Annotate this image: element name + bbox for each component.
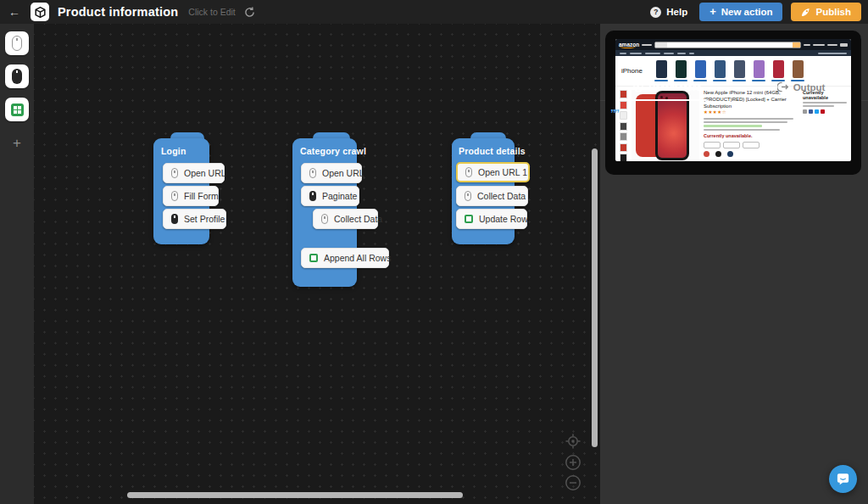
help-button[interactable]: Help — [650, 7, 687, 18]
new-action-label: New action — [721, 7, 773, 17]
tab-output[interactable]: Output — [734, 75, 868, 100]
step-open-url-1[interactable]: Open URL 1 — [456, 162, 530, 182]
group-title: Category crawl — [300, 146, 366, 156]
text-line — [804, 44, 810, 46]
mouse-outline-icon — [12, 36, 22, 51]
tab-parameters[interactable]: Parameters — [600, 75, 734, 100]
group-product-details[interactable]: Product details Open URL 1 Collect Data … — [452, 132, 537, 246]
help-label: Help — [666, 7, 687, 17]
add-step-button[interactable] — [13, 137, 21, 149]
amazon-nav — [615, 50, 851, 56]
sidebar-item-sheets[interactable] — [5, 98, 29, 121]
share-icons — [803, 109, 847, 114]
mouse-filled-icon — [171, 214, 178, 224]
step-set-profile[interactable]: Set Profile — [163, 209, 226, 229]
text-line — [704, 118, 793, 120]
text-line — [645, 53, 660, 54]
back-button[interactable] — [7, 5, 22, 19]
highlight-line — [704, 125, 762, 127]
step-label: Fill Form — [184, 191, 219, 201]
gallery-thumbnails — [620, 90, 627, 161]
text-line — [813, 44, 825, 46]
text-line — [642, 44, 652, 46]
question-icon — [650, 7, 661, 18]
recenter-button[interactable] — [565, 433, 581, 450]
sidebar-item-browser-dark[interactable] — [5, 64, 29, 88]
color-options — [704, 151, 798, 157]
amazon-logo: amazon — [619, 42, 639, 48]
step-fill-form[interactable]: Fill Form — [163, 186, 219, 206]
text-line — [803, 102, 847, 104]
group-category-crawl[interactable]: Category crawl Open URL Paginate Collect… — [292, 132, 394, 288]
amazon-header: amazon — [615, 39, 851, 50]
text-line — [704, 121, 787, 123]
google-sheets-icon — [465, 215, 473, 223]
text-line — [704, 129, 780, 131]
chat-bubble-icon — [836, 472, 850, 486]
mouse-outline-icon — [465, 191, 471, 201]
step-label: Set Profile — [184, 214, 225, 224]
arrow-out-of-circle-icon — [777, 81, 788, 92]
step-label: Update Row — [479, 214, 528, 224]
vertical-scrollbar[interactable] — [592, 148, 598, 447]
text-line — [620, 53, 626, 54]
step-append-all-rows[interactable]: Append All Rows — [301, 248, 389, 268]
zoom-in-button[interactable] — [565, 454, 581, 471]
tab-label: Parameters — [648, 82, 702, 92]
mouse-filled-icon — [309, 191, 316, 201]
tab-label: Output — [793, 82, 826, 92]
zoom-out-button[interactable] — [565, 474, 581, 491]
text-line — [677, 53, 686, 54]
page-title: Product information — [58, 5, 178, 19]
edit-hint[interactable]: Click to Edit — [188, 7, 235, 17]
publish-button[interactable]: Publish — [791, 3, 861, 21]
step-update-row[interactable]: Update Row — [456, 209, 527, 229]
mouse-outline-icon — [171, 168, 178, 178]
mouse-outline-icon — [171, 191, 178, 201]
step-label: Append All Rows — [324, 253, 391, 263]
search-bar — [654, 42, 801, 48]
group-title: Product details — [459, 146, 526, 156]
step-label: Open URL — [184, 168, 226, 178]
chat-launcher-button[interactable] — [829, 465, 857, 493]
horizontal-scrollbar[interactable] — [127, 492, 463, 498]
cart-icon — [840, 43, 848, 47]
page-preview-card: amazon iPhone — [605, 31, 861, 175]
workflow-canvas[interactable]: Login Open URL Fill Form Set Profile Cat… — [34, 24, 600, 504]
size-options — [704, 142, 798, 148]
step-paginate[interactable]: Paginate — [301, 186, 359, 206]
arrow-into-circle-icon — [632, 81, 643, 92]
phone-front — [655, 91, 689, 160]
inspector-panel: amazon iPhone — [600, 24, 868, 504]
step-open-url[interactable]: Open URL — [301, 163, 362, 183]
google-sheets-icon — [309, 254, 318, 262]
phone-screen — [658, 93, 687, 158]
product-info: New Apple iPhone 12 mini (64GB, (PRODUCT… — [704, 90, 798, 161]
plus-icon — [709, 7, 716, 17]
text-line — [827, 44, 837, 46]
step-label: Open URL — [322, 168, 364, 178]
step-label: Open URL 1 — [478, 167, 527, 177]
refresh-button[interactable] — [244, 7, 255, 18]
step-open-url[interactable]: Open URL — [163, 163, 225, 183]
step-collect-data[interactable]: Collect Data — [313, 209, 378, 229]
crosshair-icon — [565, 433, 581, 450]
step-collect-data[interactable]: Collect Data — [456, 186, 528, 206]
mouse-outline-icon — [321, 214, 328, 224]
refresh-icon — [244, 7, 255, 18]
step-label: Collect Data — [477, 191, 526, 201]
mouse-outline-icon — [465, 167, 472, 177]
text-line — [689, 53, 694, 54]
rating-stars: ★★★★☆ — [704, 109, 798, 115]
google-sheets-icon — [11, 104, 24, 116]
step-label: Collect Data — [334, 214, 382, 224]
new-action-button[interactable]: New action — [699, 3, 782, 21]
rocket-icon — [801, 8, 810, 17]
sidebar-item-browser-light[interactable] — [5, 31, 29, 55]
group-title: Login — [161, 146, 186, 156]
top-bar: Product information Click to Edit Help N… — [0, 0, 868, 24]
cube-icon — [34, 6, 47, 19]
group-login[interactable]: Login Open URL Fill Form Set Profile — [153, 132, 230, 246]
minus-circle-icon — [565, 474, 581, 491]
step-label: Paginate — [322, 191, 357, 201]
